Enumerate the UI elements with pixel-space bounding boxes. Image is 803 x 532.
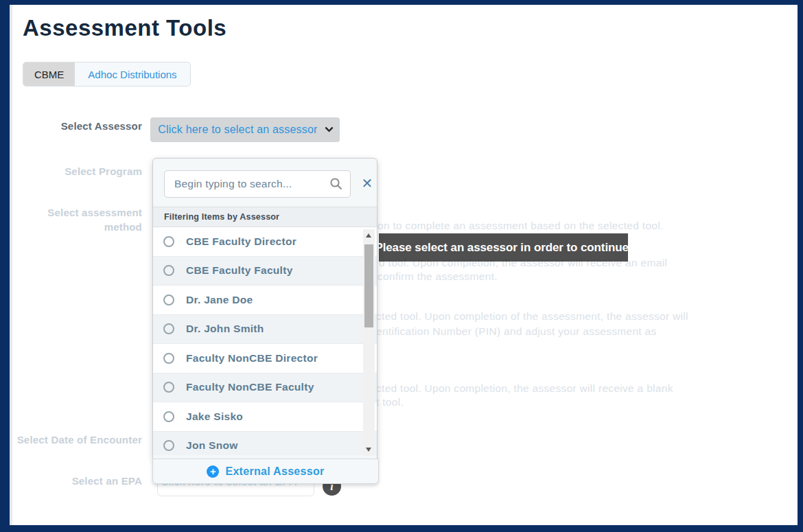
select-date-of-encounter-label: Select Date of Encounter [12,432,142,447]
method-description-fragment: cted tool. Upon completion, the assessor… [376,382,673,395]
radio-icon[interactable] [163,323,174,334]
assessor-list: CBE Faculty Director CBE Faculty Faculty… [153,227,377,455]
page-container: Assessment Tools CBME Adhoc Distribution… [10,5,798,525]
assessor-name: Jon Snow [186,439,238,452]
assessor-list-item[interactable]: CBE Faculty Director [153,227,377,257]
select-assessor-dropdown-button[interactable]: Click here to select an assessor [150,117,340,142]
assessor-name: CBE Faculty Director [186,235,296,248]
select-assessor-label: Select Assessor [12,119,142,133]
tab-bar: CBME Adhoc Distributions [23,62,191,86]
method-description-fragment: confirm the assessment. [377,270,498,283]
tooltip-text: Please select an assessor in order to co… [375,241,631,255]
external-assessor-label: External Assessor [225,465,324,478]
radio-icon[interactable] [163,294,174,305]
assessor-search-input[interactable] [164,170,351,198]
assessor-dropdown-panel: ✕ Filtering Items by Assessor CBE Facult… [152,158,377,459]
method-description-fragment: entification Number (PIN) and adjust you… [376,325,656,338]
assessor-list-item[interactable]: CBE Faculty Faculty [153,257,377,286]
assessor-list-item[interactable]: Faculty NonCBE Faculty [153,373,377,403]
assessor-list-item[interactable]: Jon Snow [153,432,377,456]
assessor-list-item[interactable]: Dr. Jane Doe [153,286,377,315]
search-icon [329,177,342,193]
assessor-name: Dr. Jane Doe [186,294,253,306]
tab-adhoc-distributions[interactable]: Adhoc Distributions [75,62,189,86]
radio-icon[interactable] [163,440,174,451]
filter-header: Filtering Items by Assessor [153,207,377,227]
search-field-wrap [164,170,351,198]
scrollbar[interactable] [363,229,375,456]
tab-cbme[interactable]: CBME [23,62,75,86]
select-an-epa-label: Select an EPA [12,474,142,488]
inner-border-strip [10,5,12,525]
chevron-down-icon [325,124,334,132]
select-assessment-method-label: Select assessment method [12,205,142,234]
assessor-list-item[interactable]: Jake Sisko [153,402,377,432]
select-program-label: Select Program [12,164,142,178]
tooltip: Please select an assessor in order to co… [379,233,628,262]
assessor-name: Faculty NonCBE Director [186,352,318,365]
method-description-fragment: t tool. [376,396,404,408]
assessor-name: Jake Sisko [186,410,243,423]
scroll-up-icon[interactable] [366,233,371,238]
assessor-list-item[interactable]: Dr. John Smith [153,315,377,345]
close-icon[interactable]: ✕ [359,175,375,192]
scrollbar-thumb[interactable] [364,244,373,327]
assessor-name: Faculty NonCBE Faculty [186,381,314,393]
plus-circle-icon: + [207,465,219,478]
assessor-name: Dr. John Smith [186,323,264,335]
external-assessor-button[interactable]: + External Assessor [152,459,379,484]
radio-icon[interactable] [163,411,174,422]
radio-icon[interactable] [163,353,174,364]
method-description-fragment: on to complete an assessment based on th… [377,220,664,232]
page-title: Assessment Tools [23,15,226,41]
method-description-fragment: cted tool. Upon completion of the assess… [376,310,688,323]
assessor-list-item[interactable]: Faculty NonCBE Director [153,344,377,373]
select-assessor-dropdown-label: Click here to select an assessor [158,124,317,136]
scroll-down-icon[interactable] [366,448,371,452]
radio-icon[interactable] [163,382,174,393]
radio-icon[interactable] [163,265,174,276]
assessor-name: CBE Faculty Faculty [186,264,293,277]
radio-icon[interactable] [163,236,174,247]
